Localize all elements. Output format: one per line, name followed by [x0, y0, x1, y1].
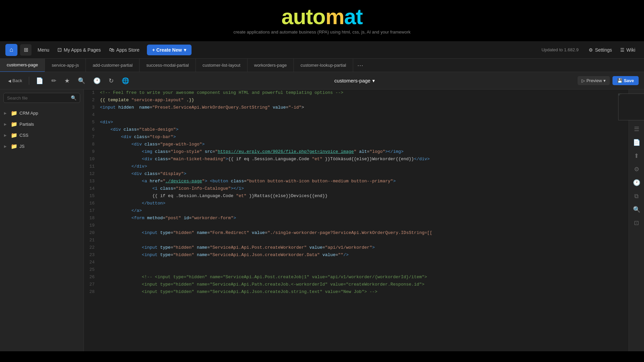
tab-workorders-page[interactable]: workorders-page [248, 59, 294, 72]
preview-icon: ▷ [582, 78, 585, 83]
code-line-16: 16 </button> [84, 200, 629, 207]
nav-version: Updated to 1.682.9 [541, 47, 579, 52]
code-line-7: 7 <div class="top-bar"> [84, 134, 629, 141]
code-line-27: 27 <input type="hidden" name="ServiceApi… [84, 281, 629, 289]
nav-logo: ⌂ [5, 44, 17, 56]
right-sidebar: /* comment line */ <div> <input> value="… [629, 89, 644, 351]
right-more-button[interactable]: ⊡ [631, 217, 643, 229]
code-line-4: 4 [84, 112, 629, 119]
tab-customer-list-layout[interactable]: customer-list-layout [196, 59, 248, 72]
toolbar-title: customers-page ▾ [334, 78, 375, 84]
right-file-button[interactable]: 📄 [631, 136, 643, 148]
zoom-button[interactable]: 🔍 [75, 75, 88, 86]
expand-arrow-icon: ▶ [4, 111, 9, 115]
code-line-17: 17 </a> [84, 207, 629, 215]
folder-partials[interactable]: ▶ 📁 Partials [0, 119, 84, 130]
back-arrow-icon: ◂ [8, 77, 11, 84]
brand-auto: auto [281, 5, 325, 29]
code-line-19: 19 [84, 222, 629, 230]
back-button[interactable]: ◂ Back [5, 75, 25, 86]
wiki-label: Wiki [627, 47, 635, 53]
settings-label: Settings [595, 47, 612, 53]
nav-create-button[interactable]: + Create New ▾ [147, 45, 192, 55]
nav-grid-button[interactable]: ⊞ [20, 44, 32, 56]
tab-service-app-js[interactable]: service-app-js [45, 59, 86, 72]
code-line-24: 24 [84, 259, 629, 266]
nav-myapps-button[interactable]: ⊡ My Apps & Pages [54, 45, 104, 55]
appstore-icon: 🛍 [109, 47, 114, 53]
folder-js[interactable]: ▶ 📁 JS [0, 141, 84, 152]
nav-menu-button[interactable]: Menu [34, 45, 53, 55]
title-chevron-icon: ▾ [372, 78, 375, 84]
code-line-26: 26 <!-- <input type="hidden" name="Servi… [84, 274, 629, 281]
right-upload-button[interactable]: ⬆ [631, 150, 643, 162]
star-icon: ★ [64, 77, 70, 84]
nav-appstore-label: Apps Store [116, 47, 140, 53]
code-line-5: 5 <div> [84, 119, 629, 126]
tab-add-customer-partial[interactable]: add-customer-partial [86, 59, 140, 72]
nav-settings-button[interactable]: ⚙ Settings [585, 45, 615, 55]
new-file-icon: 📄 [36, 77, 43, 84]
branding-header: automat create applications and automate… [0, 0, 644, 41]
tab-more-button[interactable]: ⋯ [353, 59, 367, 72]
globe-button[interactable]: 🌐 [119, 75, 132, 86]
sidebar: 🔍 ▶ 📁 CRM App ▶ 📁 Partials ▶ 📁 CSS ▶ 📁 J [0, 89, 84, 351]
code-line-6: 6 <div class="table-design"> [84, 126, 629, 134]
toolbar: ◂ Back 📄 ✏ ★ 🔍 🕐 ↻ 🌐 customers-page ▾ ▷ … [0, 72, 644, 89]
save-button[interactable]: 💾 Save [612, 76, 639, 85]
code-line-3: 3 <input hidden name="Preset.ServiceApi.… [84, 104, 629, 112]
code-line-25: 25 [84, 266, 629, 274]
editor-area: 1 <!-- Feel free to write your awesome c… [84, 89, 629, 351]
edit-button[interactable]: ✏ [49, 75, 59, 86]
folder-css[interactable]: ▶ 📁 CSS [0, 130, 84, 141]
folder-icon: 📁 [11, 143, 17, 149]
preview-button[interactable]: ▷ Preview ▾ [578, 76, 609, 85]
brand-subtitle: create applications and automate busines… [0, 29, 644, 35]
nav-wiki-button[interactable]: ☰ Wiki [617, 45, 639, 55]
main-content: 🔍 ▶ 📁 CRM App ▶ 📁 Partials ▶ 📁 CSS ▶ 📁 J [0, 89, 644, 351]
search-box[interactable]: 🔍 [3, 93, 80, 103]
star-button[interactable]: ★ [62, 75, 72, 86]
tab-success-modal-partial[interactable]: success-modal-partial [140, 59, 196, 72]
preview-chevron-icon: ▾ [603, 78, 606, 83]
myapps-icon: ⊡ [57, 47, 62, 53]
code-line-28: 28 <input type="hidden" name="ServiceApi… [84, 289, 629, 296]
right-settings-button[interactable]: ⚙ [631, 163, 643, 175]
code-line-12: 12 <div class="display"> [84, 171, 629, 178]
code-line-2: 2 {{ template "service-app-layout" .}} [84, 97, 629, 104]
code-line-14: 14 <i class="icon-Info-Catalogue"></i> [84, 185, 629, 193]
new-file-button[interactable]: 📄 [33, 75, 46, 86]
code-line-22: 22 <input type="hidden" name="ServiceApi… [84, 244, 629, 252]
tab-customer-lookup-partial[interactable]: customer-lookup-partial [294, 59, 353, 72]
brand-m: m [325, 5, 344, 29]
tab-customers-page[interactable]: customers-page [0, 59, 45, 72]
navbar: ⌂ ⊞ Menu ⊡ My Apps & Pages 🛍 Apps Store … [0, 41, 644, 59]
code-line-15: 15 {{ if eq .Session.Language.Code "et" … [84, 193, 629, 200]
search-input[interactable] [7, 96, 68, 101]
expand-arrow-icon: ▶ [4, 122, 9, 126]
right-search-button[interactable]: 🔍 [631, 203, 643, 216]
refresh-button[interactable]: ↻ [106, 75, 116, 86]
globe-icon: 🌐 [122, 77, 129, 84]
folder-icon: 📁 [11, 132, 17, 138]
code-line-9: 9 <img class="logo-style" src="https://e… [84, 148, 629, 156]
create-chevron-icon: ▾ [184, 47, 186, 53]
search-icon: 🔍 [71, 95, 76, 101]
zoom-icon: 🔍 [78, 77, 85, 84]
nav-appstore-button[interactable]: 🛍 Apps Store [106, 45, 143, 55]
save-icon: 💾 [617, 78, 623, 83]
right-copy-button[interactable]: ⧉ [631, 190, 643, 202]
right-clock-button[interactable]: 🕐 [631, 177, 643, 189]
right-layers-button[interactable]: ☰ [631, 123, 643, 135]
code-editor[interactable]: 1 <!-- Feel free to write your awesome c… [84, 89, 629, 351]
brand-at: at [344, 5, 363, 29]
tab-bar: customers-page service-app-js add-custom… [0, 59, 644, 72]
expand-arrow-icon: ▶ [4, 144, 9, 148]
history-icon: 🕐 [93, 77, 101, 84]
history-button[interactable]: 🕐 [91, 75, 103, 86]
create-label: + Create New [152, 47, 182, 53]
mini-preview: /* comment line */ <div> <input> value="… [618, 94, 644, 120]
folder-crm-app[interactable]: ▶ 📁 CRM App [0, 108, 84, 119]
code-line-13: 13 <a href="./devices-page"> <button cla… [84, 178, 629, 185]
folder-icon: 📁 [11, 121, 17, 127]
